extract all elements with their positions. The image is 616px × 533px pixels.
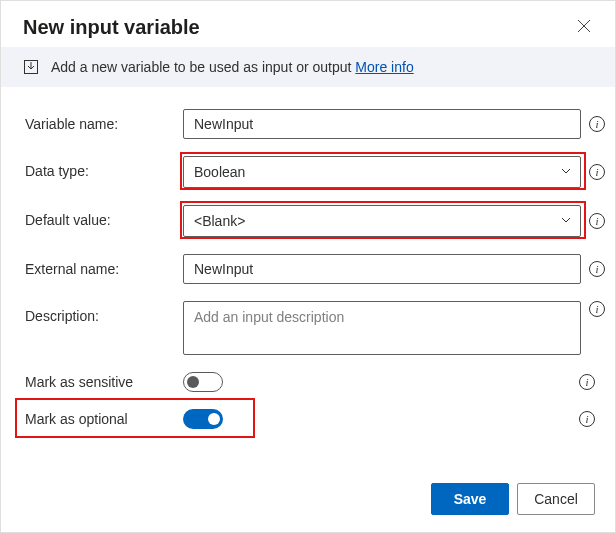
variable-name-input[interactable] [183,109,581,139]
row-external-name: External name: i [25,254,595,284]
label-variable-name: Variable name: [25,109,183,132]
description-input[interactable] [183,301,581,355]
chevron-down-icon [560,214,572,229]
row-default-value: Default value: <Blank> i [25,205,595,237]
info-bar: Add a new variable to be used as input o… [1,47,615,87]
dialog-title: New input variable [23,16,200,39]
dialog-footer: Save Cancel [431,483,595,515]
dialog-header: New input variable [1,1,615,47]
data-type-value: Boolean [194,164,245,180]
label-data-type: Data type: [25,156,183,179]
row-variable-name: Variable name: i [25,109,595,139]
info-icon[interactable]: i [589,164,605,180]
label-default-value: Default value: [25,205,183,228]
row-description: Description: i [25,301,595,355]
chevron-down-icon [560,165,572,180]
download-into-box-icon [23,59,39,75]
form-area: Variable name: i Data type: Boolean i De… [1,87,615,429]
data-type-select[interactable]: Boolean [183,156,581,188]
label-mark-optional: Mark as optional [25,411,183,427]
close-icon [577,19,591,33]
info-icon[interactable]: i [579,374,595,390]
info-text: Add a new variable to be used as input o… [51,59,414,75]
label-mark-sensitive: Mark as sensitive [25,374,183,390]
info-icon[interactable]: i [579,411,595,427]
mark-optional-toggle[interactable] [183,409,223,429]
info-icon[interactable]: i [589,261,605,277]
row-mark-optional: Mark as optional i [25,409,595,429]
row-data-type: Data type: Boolean i [25,156,595,188]
default-value-select[interactable]: <Blank> [183,205,581,237]
info-icon[interactable]: i [589,213,605,229]
mark-sensitive-toggle[interactable] [183,372,223,392]
label-description: Description: [25,301,183,324]
external-name-input[interactable] [183,254,581,284]
default-value-value: <Blank> [194,213,245,229]
cancel-button[interactable]: Cancel [517,483,595,515]
row-mark-sensitive: Mark as sensitive i [25,372,595,392]
save-button[interactable]: Save [431,483,509,515]
info-icon[interactable]: i [589,301,605,317]
label-external-name: External name: [25,254,183,277]
more-info-link[interactable]: More info [355,59,413,75]
close-button[interactable] [573,15,595,39]
info-icon[interactable]: i [589,116,605,132]
